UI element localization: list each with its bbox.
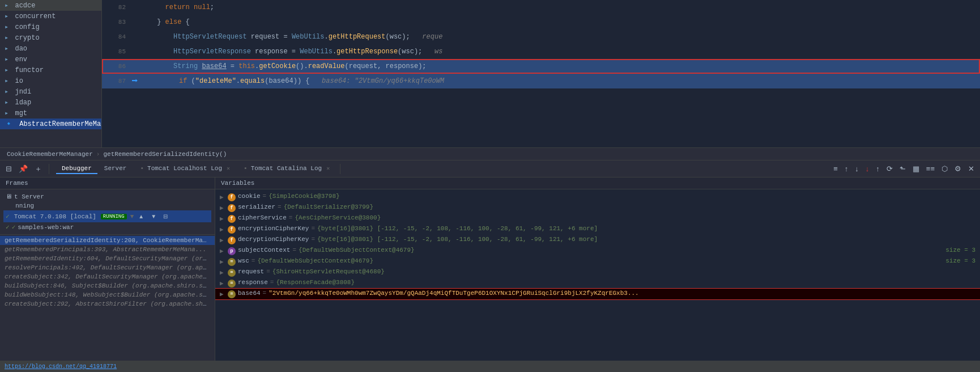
check-icon: ✓ bbox=[6, 223, 10, 231]
step-download-button[interactable]: ↓ bbox=[863, 163, 872, 174]
server-item-t-server[interactable]: 🖥 t Server bbox=[3, 192, 211, 201]
tab-tomcat-catalina[interactable]: ▪ Tomcat Catalina Log ✕ bbox=[237, 164, 335, 174]
check-icon2: ✓ bbox=[12, 223, 16, 231]
var-item-encryption-key[interactable]: ▶ f encryptionCipherKey = {byte[16]@3801… bbox=[215, 224, 980, 235]
expand-icon[interactable]: ▶ bbox=[220, 269, 228, 276]
frame-item[interactable]: getRememberedSerializedIdentity:208, Coo… bbox=[0, 236, 215, 245]
frame-item[interactable]: resolvePrincipals:492, DefaultSecurityMa… bbox=[0, 263, 215, 272]
line-content: String base64 = this.getCookie().readVal… bbox=[133, 62, 978, 70]
step-upload-button[interactable]: ↑ bbox=[874, 163, 882, 174]
folder-icon: ▸ bbox=[5, 2, 8, 10]
folder-icon: ▸ bbox=[5, 109, 8, 117]
folder-icon: ▸ bbox=[5, 56, 8, 64]
var-equals: = bbox=[252, 257, 255, 264]
expand-icon[interactable]: ▶ bbox=[220, 193, 228, 201]
tab-debugger[interactable]: Debugger bbox=[56, 164, 97, 174]
running-badge: RUNNING bbox=[101, 214, 127, 219]
sidebar-item-acdce[interactable]: ▸ acdce bbox=[0, 0, 101, 11]
folder-icon: ▸ bbox=[5, 66, 8, 74]
separator bbox=[49, 164, 49, 174]
frame-item[interactable]: buildSubject:846, Subject$Builder (org.a… bbox=[0, 281, 215, 290]
expand-icon[interactable]: ▶ bbox=[220, 290, 228, 298]
var-item-response[interactable]: ▶ = response = {ResponseFacade@3808} bbox=[215, 278, 980, 289]
sidebar-item-config[interactable]: ▸ config bbox=[0, 22, 101, 32]
sidebar-item-abstract-remember[interactable]: 🔹 AbstractRememberMeManager bbox=[0, 119, 101, 129]
expand-icon[interactable]: ▶ bbox=[220, 236, 228, 244]
server-icon: 🖥 bbox=[6, 193, 12, 200]
filter-frames-btn[interactable]: ⊟ bbox=[161, 212, 170, 221]
var-item-request[interactable]: ▶ = request = {ShiroHttpServletRequest@4… bbox=[215, 267, 980, 278]
step-up-button[interactable]: ↑ bbox=[842, 163, 851, 174]
var-item-decryption-key[interactable]: ▶ f decryptionCipherKey = {byte[16]@3801… bbox=[215, 235, 980, 246]
expand-icon[interactable]: ▶ bbox=[220, 280, 228, 287]
debugger-content: Frames 🖥 t Server nning ✓ Tomcat 7.0.108… bbox=[0, 177, 980, 361]
sidebar-item-io[interactable]: ▸ io bbox=[0, 75, 101, 86]
tomcat-server-item[interactable]: ✓ Tomcat 7.0.108 [local] RUNNING ▼ ▲ ▼ ⊟ bbox=[3, 210, 211, 222]
var-value: {byte[16]@3801} [-112, -15, -2, 108, -11… bbox=[317, 236, 975, 243]
nav-down-btn[interactable]: ▼ bbox=[148, 212, 159, 221]
tab-tomcat-localhost[interactable]: ▪ Tomcat Localhost Log ✕ bbox=[133, 164, 236, 174]
var-item-cookie[interactable]: ▶ f cookie = {SimpleCookie@3798} bbox=[215, 192, 980, 202]
filter-button[interactable]: ⊟ bbox=[3, 163, 14, 174]
settings-button[interactable]: ⚙ bbox=[952, 163, 964, 174]
debugger-panel: ⊟ 📌 ＋ Debugger Server ▪ Tomcat Localhost… bbox=[0, 160, 980, 361]
sidebar-item-dao[interactable]: ▸ dao bbox=[0, 43, 101, 54]
tab-server[interactable]: Server bbox=[99, 164, 133, 174]
nav-up-btn[interactable]: ▲ bbox=[136, 212, 146, 221]
frame-item[interactable]: createSubject:292, AbstractShiroFilter (… bbox=[0, 299, 215, 308]
frame-item[interactable]: buildWebSubject:148, WebSubject$Builder … bbox=[0, 290, 215, 299]
var-name: serializer bbox=[238, 204, 275, 210]
var-equals: = bbox=[311, 225, 315, 232]
sidebar-item-concurrent[interactable]: ▸ concurrent bbox=[0, 11, 101, 22]
samples-web-item[interactable]: ✓ ✓ samples-web:war bbox=[3, 222, 211, 232]
expand-icon[interactable]: ▶ bbox=[220, 258, 228, 265]
dropdown-arrow-icon[interactable]: ▼ bbox=[130, 213, 134, 220]
var-item-cipher-service[interactable]: ▶ f cipherService = {AesCipherService@38… bbox=[215, 213, 980, 224]
code-editor: 82 return null; 83 } else { 84 HttpServl… bbox=[102, 0, 980, 147]
field-type-icon: = bbox=[228, 280, 236, 288]
var-item-serializer[interactable]: ▶ f serializer = {DefaultSerializer@3799… bbox=[215, 202, 980, 213]
var-name: response bbox=[238, 279, 268, 286]
pin-button[interactable]: 📌 bbox=[16, 163, 30, 174]
expand-icon[interactable]: ▶ bbox=[220, 215, 228, 222]
field-type-icon: = bbox=[228, 269, 236, 277]
sidebar-item-functor[interactable]: ▸ functor bbox=[0, 65, 101, 75]
server-item-running[interactable]: nning bbox=[3, 201, 211, 210]
grid-button[interactable]: ▦ bbox=[910, 163, 922, 174]
folder-icon: ▸ bbox=[5, 77, 8, 85]
var-item-base64[interactable]: ▶ = base64 = "2VtmGn/yq66+kkqTe0oWMh0wm7… bbox=[215, 289, 980, 299]
frames-list: getRememberedSerializedIdentity:208, Coo… bbox=[0, 235, 215, 361]
sidebar-item-env[interactable]: ▸ env bbox=[0, 54, 101, 65]
sidebar-item-ldap[interactable]: ▸ ldap bbox=[0, 97, 101, 108]
var-item-subject-context[interactable]: ▶ p subjectContext = {DefaultWebSubjectC… bbox=[215, 246, 980, 256]
line-content: HttpServletRequest request = WebUtils.ge… bbox=[133, 33, 978, 41]
frame-item[interactable]: createSubject:342, DefaultSecurityManage… bbox=[0, 272, 215, 281]
sidebar-item-mgt[interactable]: ▸ mgt bbox=[0, 108, 101, 119]
run-button[interactable]: ⟳ bbox=[884, 163, 895, 174]
variables-panel: Variables ▶ f cookie = {SimpleCookie@379… bbox=[215, 177, 980, 361]
expand-icon[interactable]: ▶ bbox=[220, 204, 228, 212]
sidebar-item-jndi[interactable]: ▸ jndi bbox=[0, 86, 101, 97]
close-panel-button[interactable]: ✕ bbox=[966, 163, 977, 174]
var-value: {byte[16]@3801} [-112, -15, -2, 108, -11… bbox=[317, 225, 975, 232]
expand-panel-button[interactable]: ⬡ bbox=[939, 163, 950, 174]
frame-item[interactable]: getRememberedIdentity:604, DefaultSecuri… bbox=[0, 254, 215, 263]
expand-icon[interactable]: ▶ bbox=[220, 226, 228, 233]
var-item-wsc[interactable]: ▶ = wsc = {DefaultWebSubjectContext@4679… bbox=[215, 256, 980, 267]
var-name: cipherService bbox=[238, 214, 287, 221]
step-over-button[interactable]: ≡ bbox=[831, 163, 840, 174]
debug-controls: ≡ ↑ ↓ ↓ ↑ ⟳ ⬑ ▦ ≡≡ ⬡ ⚙ ✕ bbox=[831, 163, 977, 174]
var-equals: = bbox=[263, 290, 267, 297]
expand-icon[interactable]: ▶ bbox=[220, 247, 228, 255]
more-button[interactable]: ≡≡ bbox=[924, 163, 937, 174]
tab-close-icon[interactable]: ✕ bbox=[326, 165, 330, 172]
frame-item[interactable]: getRememberedPrincipals:393, AbstractRem… bbox=[0, 245, 215, 254]
tab-close-icon[interactable]: ✕ bbox=[227, 165, 230, 172]
var-name: encryptionCipherKey bbox=[238, 225, 309, 232]
status-link[interactable]: https://blog.csdn.net/qq_41918771 bbox=[5, 363, 117, 370]
eval-button[interactable]: ⬑ bbox=[897, 163, 908, 174]
add-button[interactable]: ＋ bbox=[32, 163, 44, 175]
sidebar-item-crypto[interactable]: ▸ crypto bbox=[0, 32, 101, 43]
field-type-icon: f bbox=[228, 215, 236, 223]
step-down-button[interactable]: ↓ bbox=[853, 163, 861, 174]
